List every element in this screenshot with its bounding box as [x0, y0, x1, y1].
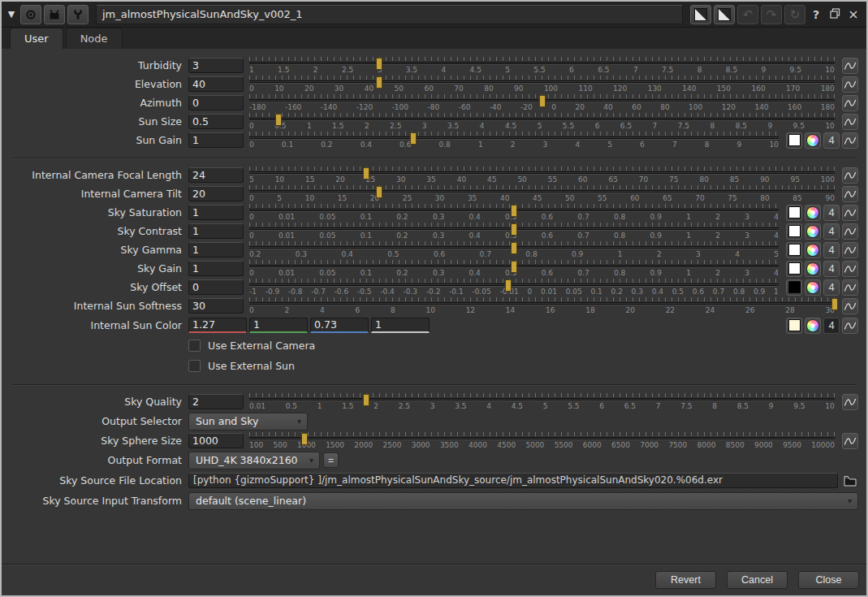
slider-handle[interactable] — [376, 186, 382, 198]
slider-handle[interactable] — [511, 223, 517, 236]
curve-editor-button[interactable] — [842, 167, 858, 184]
color-wheel-button[interactable] — [805, 205, 821, 221]
wrench-button[interactable] — [67, 5, 89, 24]
slider-handle[interactable] — [511, 242, 517, 254]
output-selector-dropdown[interactable]: Sun and Sky▾ — [188, 413, 308, 430]
curve-editor-button[interactable] — [842, 76, 858, 93]
sun-color-channel-0-input[interactable]: 1.27 — [188, 318, 247, 333]
float-panel-icon[interactable] — [827, 8, 843, 21]
curve-editor-button[interactable] — [842, 261, 858, 277]
expand-channels-button[interactable]: 4 — [823, 318, 840, 334]
slider-handle[interactable] — [511, 205, 517, 217]
sun-color-channel-3-input[interactable]: 1 — [371, 318, 430, 333]
curve-editor-button[interactable] — [842, 95, 858, 111]
close-panel-icon[interactable]: × — [845, 6, 862, 22]
curve-editor-button[interactable] — [842, 318, 858, 334]
curve-editor-button[interactable] — [842, 433, 858, 449]
expand-channels-button[interactable]: 4 — [823, 205, 840, 221]
curve-editor-button[interactable] — [842, 58, 858, 74]
color-wheel-button[interactable] — [805, 279, 821, 296]
internal-camera-tilt-slider[interactable]: 051015202530354045505560657075808590 — [249, 185, 835, 203]
internal-sun-softness-input[interactable]: 30 — [188, 298, 244, 314]
use-external-camera-checkbox[interactable] — [188, 340, 201, 352]
slider-handle[interactable] — [511, 261, 517, 273]
curve-editor-button[interactable] — [842, 242, 858, 258]
center-node-button[interactable] — [20, 5, 41, 24]
slider-handle[interactable] — [275, 114, 282, 126]
internal-camera-tilt-input[interactable]: 20 — [188, 186, 244, 201]
sky-gamma-input[interactable]: 1 — [188, 242, 244, 257]
browse-folder-button[interactable] — [842, 473, 858, 489]
sky-offset-slider[interactable]: -1-0.9-0.8-0.7-0.6-0.5-0.4-0.3-0.2-0.1-0… — [249, 279, 779, 296]
slider-handle[interactable] — [505, 279, 512, 292]
internal-camera-focal-length-slider[interactable]: 5101520253035404550556065707580859095100 — [249, 167, 835, 184]
turbidity-input[interactable]: 3 — [188, 58, 244, 73]
collapse-triangle-icon[interactable]: ▼ — [5, 9, 18, 19]
use-external-sun-checkbox[interactable] — [188, 360, 201, 372]
curve-editor-button[interactable] — [842, 223, 858, 240]
node-name-input[interactable]: jm_almostPhysicalSunAndSky_v002_1 — [96, 5, 683, 24]
azimuth-slider[interactable]: -180-160-140-120-100-80-60-40-2002040608… — [249, 94, 835, 112]
sun-color-channel-2-input[interactable]: 0.73 — [310, 318, 369, 333]
sky-contrast-slider[interactable]: 00.010.050.10.20.30.40.50.60.70.80.91234 — [249, 223, 779, 240]
internal-camera-focal-length-input[interactable]: 24 — [188, 167, 244, 183]
help-icon[interactable]: ? — [808, 8, 824, 21]
slider-handle[interactable] — [376, 76, 382, 89]
revert-knobs-button[interactable]: ↻ — [784, 5, 805, 24]
slider-handle[interactable] — [376, 58, 382, 70]
cancel-button[interactable]: Cancel — [727, 571, 788, 589]
curve-editor-button[interactable] — [842, 186, 858, 202]
format-equals-button[interactable]: = — [323, 452, 339, 468]
color-wheel-button[interactable] — [805, 318, 821, 334]
sun-size-input[interactable]: 0.5 — [188, 114, 244, 129]
sun-gain-input[interactable]: 1 — [188, 132, 244, 148]
color-swatch-button[interactable] — [786, 279, 802, 296]
expand-channels-button[interactable]: 4 — [823, 132, 840, 149]
sky-gamma-slider[interactable]: 0.20.30.40.50.60.70.80.912345 — [249, 241, 779, 259]
sky-saturation-input[interactable]: 1 — [188, 205, 244, 220]
channel-swatch-a-button[interactable] — [690, 5, 711, 24]
curve-editor-button[interactable] — [842, 298, 858, 314]
output-format-dropdown[interactable]: UHD_4K 3840x2160▾ — [188, 452, 320, 469]
undo-button[interactable]: ↶ — [737, 5, 758, 24]
elevation-slider[interactable]: 0102030405060708090100110120130140150160… — [249, 76, 835, 93]
sky-sphere-size-input[interactable]: 1000 — [188, 433, 244, 448]
sky-gain-slider[interactable]: 00.010.050.10.20.30.40.50.60.70.80.91234 — [249, 260, 779, 278]
color-swatch-button[interactable] — [786, 223, 802, 240]
color-swatch-button[interactable] — [786, 205, 802, 221]
sun-gain-slider[interactable]: 00.10.20.40.60.812345678910 — [249, 132, 779, 149]
sky-contrast-input[interactable]: 1 — [188, 223, 244, 239]
elevation-input[interactable]: 40 — [188, 76, 244, 92]
turbidity-slider[interactable]: 11.522.533.544.555.566.577.588.599.510 — [249, 57, 835, 75]
slider-handle[interactable] — [410, 132, 417, 145]
sky-offset-input[interactable]: 0 — [188, 279, 244, 295]
redo-button[interactable]: ↷ — [761, 5, 782, 24]
expand-channels-button[interactable]: 4 — [823, 261, 840, 277]
sky-quality-slider[interactable]: 0.010.511.522.533.544.555.566.577.588.59… — [249, 393, 835, 411]
internal-sun-softness-slider[interactable]: 024681012141618202224262830 — [249, 297, 835, 315]
monitor-button[interactable] — [44, 5, 65, 24]
sun-size-slider[interactable]: 00.511.522.533.544.555.566.577.588.599.5… — [249, 113, 835, 131]
revert-button[interactable]: Revert — [655, 571, 716, 589]
expand-channels-button[interactable]: 4 — [823, 242, 840, 258]
color-wheel-button[interactable] — [805, 242, 821, 258]
sky-quality-input[interactable]: 2 — [188, 394, 244, 409]
color-wheel-button[interactable] — [805, 223, 821, 240]
slider-handle[interactable] — [539, 95, 546, 107]
azimuth-input[interactable]: 0 — [188, 95, 244, 110]
curve-editor-button[interactable] — [842, 132, 858, 149]
slider-handle[interactable] — [363, 394, 369, 406]
slider-handle[interactable] — [363, 167, 369, 180]
curve-editor-button[interactable] — [842, 114, 858, 130]
channel-swatch-b-button[interactable] — [714, 5, 735, 24]
tab-user[interactable]: User — [10, 28, 63, 49]
expand-channels-button[interactable]: 4 — [823, 279, 840, 296]
sky-source-input-transform-dropdown[interactable]: default (scene_linear)▾ — [188, 492, 858, 510]
sun-color-channel-1-input[interactable]: 1 — [249, 318, 308, 333]
color-wheel-button[interactable] — [805, 261, 821, 277]
expand-channels-button[interactable]: 4 — [823, 223, 840, 240]
sky-sphere-size-slider[interactable]: 1005001000150020002500300035004000450050… — [249, 432, 835, 450]
color-swatch-button[interactable] — [786, 318, 802, 334]
close-button[interactable]: Close — [798, 571, 859, 589]
slider-handle[interactable] — [831, 298, 838, 310]
